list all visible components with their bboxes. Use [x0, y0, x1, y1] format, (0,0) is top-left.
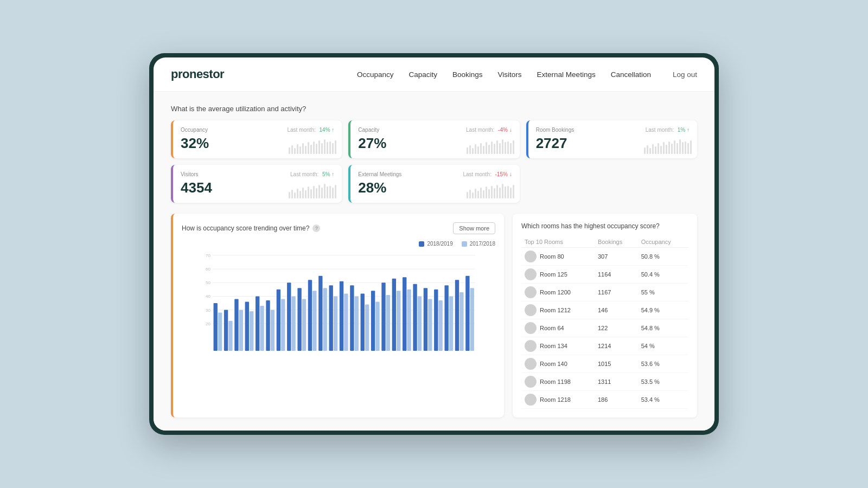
kpi-label-external-meetings: External Meetings — [358, 171, 401, 177]
room-name: Room 80 — [540, 253, 564, 260]
svg-rect-54 — [434, 290, 438, 351]
room-name: Room 1212 — [540, 307, 571, 313]
room-occupancy: 50.8 % — [638, 248, 688, 266]
room-name: Room 140 — [540, 361, 567, 367]
nav-link-capacity[interactable]: Capacity — [409, 70, 438, 79]
room-avatar — [525, 340, 537, 352]
svg-rect-27 — [291, 296, 295, 351]
room-name-cell: Room 140 — [521, 355, 595, 373]
kpi-trend-occupancy: Last month: 14% ↑ — [287, 127, 334, 133]
kpi-card-visitors: Visitors Last month: 5% ↑ 4354 — [171, 165, 342, 203]
room-name: Room 1200 — [540, 289, 571, 296]
room-avatar — [525, 394, 537, 406]
help-icon[interactable]: ? — [312, 224, 320, 232]
chart-title: How is occupancy score trending over tim… — [182, 224, 320, 232]
svg-rect-55 — [438, 300, 442, 351]
room-occupancy: 53.6 % — [638, 355, 688, 373]
room-bookings: 1164 — [595, 266, 638, 284]
room-name: Room 64 — [540, 325, 564, 331]
svg-rect-26 — [287, 282, 291, 351]
svg-rect-24 — [277, 290, 280, 351]
legend-dot — [462, 241, 467, 247]
bottom-grid: How is occupancy score trending over tim… — [171, 214, 697, 418]
room-bookings: 1214 — [595, 337, 638, 355]
table-row: Room 6412254.8 % — [521, 319, 688, 337]
legend-label: 2018/2019 — [427, 241, 452, 247]
room-occupancy: 55 % — [638, 284, 688, 301]
room-name-cell: Room 125 — [521, 266, 595, 284]
svg-rect-12 — [214, 303, 218, 351]
room-occupancy: 54 % — [638, 337, 688, 355]
device-frame: pronestor OccupancyCapacityBookingsVisit… — [149, 53, 719, 435]
svg-rect-28 — [297, 288, 301, 351]
room-bookings: 146 — [595, 301, 638, 319]
kpi-row-1: Occupancy Last month: 14% ↑ 32% Capacity… — [171, 120, 697, 158]
room-bookings: 122 — [595, 319, 638, 337]
room-occupancy: 54.8 % — [638, 319, 688, 337]
svg-text:50: 50 — [206, 280, 210, 285]
room-name: Room 1218 — [540, 396, 571, 403]
kpi-card-capacity: Capacity Last month: -4% ↓ 27% — [348, 120, 519, 158]
svg-rect-40 — [361, 293, 365, 351]
bar-chart-svg: 706050403020 — [182, 251, 495, 359]
occupancy-trend-card: How is occupancy score trending over tim… — [171, 214, 504, 418]
svg-text:70: 70 — [206, 253, 210, 258]
svg-text:60: 60 — [206, 267, 210, 272]
kpi-label-capacity: Capacity — [358, 127, 379, 133]
kpi-label-visitors: Visitors — [181, 171, 199, 177]
table-row: Room 134121454 % — [521, 337, 688, 355]
svg-rect-16 — [234, 299, 238, 351]
room-occupancy: 53.4 % — [638, 391, 688, 409]
room-name-cell: Room 1212 — [521, 301, 595, 319]
svg-rect-48 — [403, 277, 406, 351]
nav-link-cancellation[interactable]: Cancellation — [611, 70, 651, 79]
svg-rect-58 — [455, 280, 459, 351]
svg-rect-20 — [256, 296, 259, 351]
svg-rect-35 — [334, 296, 337, 351]
svg-rect-56 — [444, 285, 448, 351]
room-occupancy: 50.4 % — [638, 266, 688, 284]
room-avatar — [525, 268, 537, 280]
svg-text:30: 30 — [206, 308, 210, 313]
svg-rect-38 — [350, 285, 354, 351]
room-avatar — [525, 304, 537, 316]
show-more-button[interactable]: Show more — [453, 222, 495, 234]
svg-text:40: 40 — [206, 294, 210, 299]
svg-rect-33 — [323, 288, 327, 351]
svg-text:20: 20 — [206, 322, 210, 326]
kpi-trend-room-bookings: Last month: 1% ↑ — [646, 127, 690, 133]
room-bookings: 1167 — [595, 284, 638, 301]
nav-link-external-meetings[interactable]: External Meetings — [537, 70, 596, 79]
nav-link-visitors[interactable]: Visitors — [498, 70, 522, 79]
chart-header: How is occupancy score trending over tim… — [182, 222, 495, 234]
table-row: Room 121214654.9 % — [521, 301, 688, 319]
nav-link-occupancy[interactable]: Occupancy — [357, 70, 394, 79]
kpi-mini-chart-external-meetings — [467, 183, 514, 198]
room-name-cell: Room 1200 — [521, 284, 595, 301]
rooms-table: Top 10 RoomsBookingsOccupancy Room 80307… — [521, 236, 688, 409]
kpi-card-external-meetings: External Meetings Last month: -15% ↓ 28% — [348, 165, 519, 203]
svg-rect-21 — [260, 306, 264, 351]
legend-item: 2017/2018 — [462, 241, 495, 247]
room-name: Room 134 — [540, 343, 567, 349]
main-content: What is the average utilization and acti… — [154, 92, 714, 431]
kpi-label-room-bookings: Room Bookings — [536, 127, 575, 133]
nav-link-bookings[interactable]: Bookings — [452, 70, 483, 79]
svg-rect-31 — [312, 291, 316, 351]
kpi-card-room-bookings: Room Bookings Last month: 1% ↑ 2727 — [526, 120, 697, 158]
room-name-cell: Room 1198 — [521, 373, 595, 391]
svg-rect-44 — [381, 282, 385, 351]
room-name-cell: Room 80 — [521, 248, 595, 266]
svg-rect-53 — [428, 299, 432, 351]
rooms-table-title: Which rooms has the highest occupancy sc… — [521, 222, 688, 230]
rooms-table-card: Which rooms has the highest occupancy sc… — [513, 214, 697, 418]
kpi-mini-chart-visitors — [289, 183, 336, 198]
table-row: Room 125116450.4 % — [521, 266, 688, 284]
svg-rect-60 — [465, 276, 469, 351]
svg-rect-46 — [392, 279, 396, 351]
svg-rect-17 — [239, 310, 243, 351]
svg-rect-47 — [397, 291, 400, 351]
room-bookings: 1015 — [595, 355, 638, 373]
kpi-section-title: What is the average utilization and acti… — [171, 105, 697, 113]
logout-button[interactable]: Log out — [673, 70, 697, 79]
